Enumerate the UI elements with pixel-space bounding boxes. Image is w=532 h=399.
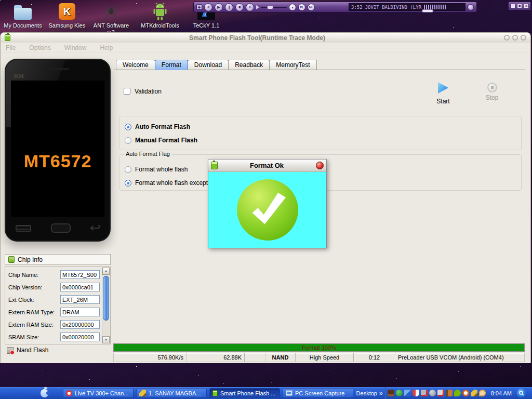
phone-preview: BM MT6572 ↩ <box>5 59 111 242</box>
tab-format[interactable]: Format <box>155 60 188 70</box>
sram-size-field[interactable] <box>60 332 100 341</box>
next-track-button[interactable]: » <box>246 3 254 11</box>
task-label: 1. SANAY MAGBA... <box>149 390 201 396</box>
phone-keys: ↩ <box>6 222 110 234</box>
previous-track-button[interactable]: « <box>204 3 212 11</box>
stop-button[interactable]: ■ <box>235 3 244 11</box>
chip-name-field[interactable] <box>60 270 100 279</box>
track-title: JOVIT BALDIVINO (LYR <box>365 5 421 10</box>
tab-readback[interactable]: Readback <box>228 60 270 70</box>
field-label: Chip Version: <box>8 283 42 292</box>
network-tray-icon[interactable] <box>404 390 411 396</box>
menu-window[interactable]: Window <box>64 44 87 51</box>
validation-checkbox[interactable] <box>124 88 130 95</box>
player-extra-button[interactable] <box>468 4 474 10</box>
eject-button[interactable]: ▲ <box>289 4 296 11</box>
menu-bar: File Options Window Help <box>1 43 530 53</box>
chip-info-header: Chip Info <box>5 254 111 265</box>
radio-format-except-bootloader[interactable]: Format whole flash except Bo <box>125 179 209 187</box>
menu-options[interactable]: Options <box>29 44 50 51</box>
desktop-icon-ant-software[interactable]: ANT Software v.3 <box>90 2 132 36</box>
start-apple-icon[interactable] <box>41 389 48 397</box>
radio-manual-format-flash[interactable]: Manual Format Flash <box>125 136 197 144</box>
radio-format-whole-flash[interactable]: Format whole flash <box>125 165 188 174</box>
search-icon[interactable] <box>517 389 526 397</box>
desktop-toolbar[interactable]: Desktop » <box>356 390 385 397</box>
android-icon <box>151 2 169 21</box>
task-live-tv[interactable]: Live TV 300+ Chan... <box>63 388 134 398</box>
starfield <box>0 0 1 1</box>
titlebar[interactable]: Smart Phone Flash Tool(Runtime Trace Mod… <box>1 33 530 43</box>
status-usb-speed: High Speed <box>296 353 354 362</box>
radio-label: Manual Format Flash <box>135 137 197 144</box>
desktop-icon-samsung-kies[interactable]: K Samsung Kies <box>48 2 86 29</box>
nand-flash-section[interactable]: Nand Flash <box>5 347 111 354</box>
task-sanay-document[interactable]: 1. SANAY MAGBA... <box>136 388 207 398</box>
ant-icon <box>103 4 119 19</box>
task-pc-screen-capture[interactable]: PC Screen Capture <box>283 388 353 398</box>
start-button[interactable]: Start <box>432 82 455 105</box>
scrollbar[interactable]: ▲ ▼ <box>102 268 110 343</box>
status-elapsed-time: 0:12 <box>354 353 395 362</box>
close-icon[interactable] <box>521 35 526 41</box>
volume-slider-handle[interactable] <box>267 5 273 9</box>
extern-ram-type-field[interactable] <box>60 308 100 316</box>
minimize-icon[interactable] <box>504 35 510 41</box>
chip-info-title: Chip Info <box>18 256 43 263</box>
tab-welcome[interactable]: Welcome <box>116 60 155 70</box>
menu-file[interactable]: File <box>6 44 16 51</box>
radio-icon <box>125 166 131 173</box>
player-window-controls: − ■ × <box>508 2 531 10</box>
dialog-titlebar[interactable]: Format Ok <box>208 159 326 172</box>
scrollbar-thumb[interactable] <box>103 276 109 321</box>
chip-version-field[interactable] <box>60 283 100 291</box>
phone-sync-tray-icon[interactable] <box>437 390 444 396</box>
desktop-icon-mtkdroidtools[interactable]: MTKdroidTools <box>136 2 184 29</box>
icon-label: My Documents <box>2 22 44 29</box>
extern-ram-size-field[interactable] <box>60 320 100 329</box>
scroll-down-icon[interactable]: ▼ <box>102 336 110 343</box>
shield-tray-icon[interactable] <box>413 390 419 396</box>
tab-memorytest[interactable]: MemoryTest <box>269 60 316 70</box>
chevron-icon[interactable]: » <box>379 390 383 397</box>
nvidia-tray-icon[interactable] <box>454 390 461 396</box>
spectrum-visualizer <box>424 5 446 9</box>
desktop-toolbar-label: Desktop <box>356 390 377 396</box>
ext-clock-field[interactable] <box>60 295 100 304</box>
chip-info-panel: Chip Info Chip Name: Chip Version: Ext C… <box>5 254 111 354</box>
magnifier-tray-icon[interactable] <box>479 390 486 396</box>
maximize-icon[interactable] <box>512 35 518 41</box>
speaker-tray-icon[interactable] <box>429 390 436 396</box>
menu-help[interactable]: Help <box>100 44 113 51</box>
player-menu-icon[interactable]: ◆ <box>196 4 202 10</box>
play-button[interactable]: ▶ <box>215 3 223 11</box>
home-key-icon <box>51 223 71 233</box>
task-smart-phone-flash[interactable]: Smart Phone Flash ... <box>209 388 280 398</box>
pause-button[interactable]: ∥ <box>225 3 233 11</box>
orange-ring-tray-icon[interactable] <box>462 390 469 396</box>
window-title: Smart Phone Flash Tool(Runtime Trace Mod… <box>10 34 504 42</box>
volume-control[interactable] <box>256 5 287 9</box>
desktop-icon-row: My Documents K Samsung Kies ANT Software… <box>2 2 224 36</box>
status-com-port: PreLoader USB VCOM (Android) (COM4) <box>395 353 524 362</box>
radio-auto-format-flash[interactable]: Auto Format Flash <box>125 123 190 131</box>
icon-label: Samsung Kies <box>48 22 86 29</box>
playlist-button[interactable]: PL <box>298 4 305 11</box>
field-label: Extern RAM Size: <box>8 320 54 329</box>
mf-tray-icon[interactable] <box>388 390 394 396</box>
idm-tray-icon[interactable] <box>396 390 403 396</box>
close-icon[interactable]: × <box>524 4 529 9</box>
shade-icon[interactable]: ■ <box>517 4 522 9</box>
desktop-icon-my-documents[interactable]: My Documents <box>2 2 44 29</box>
scroll-up-icon[interactable]: ▲ <box>102 268 110 275</box>
field-label: SRAM Size: <box>8 332 39 342</box>
media-library-button[interactable]: ML <box>308 4 315 11</box>
volume-tray-icon[interactable] <box>446 390 453 396</box>
seek-slider-handle[interactable] <box>422 9 433 12</box>
close-icon[interactable] <box>316 162 324 169</box>
field-label: Ext Clock: <box>8 295 34 304</box>
pencil-tray-icon[interactable] <box>471 390 477 396</box>
muted-device-tray-icon[interactable] <box>421 390 428 396</box>
minimize-icon[interactable]: − <box>510 4 515 9</box>
tab-download[interactable]: Download <box>188 60 229 70</box>
